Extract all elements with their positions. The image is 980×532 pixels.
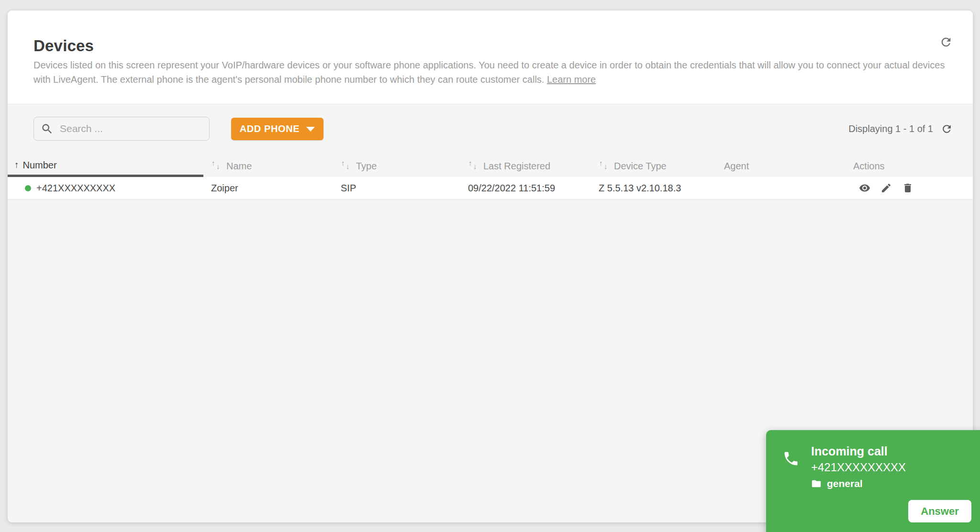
folder-icon bbox=[811, 478, 822, 489]
caller-number: +421XXXXXXXXX bbox=[811, 461, 906, 474]
cell-name: Zoiper bbox=[203, 183, 333, 194]
search-icon bbox=[41, 122, 54, 135]
refresh-icon[interactable] bbox=[941, 123, 953, 135]
page-description-text: Devices listed on this screen represent … bbox=[33, 60, 945, 85]
table-row[interactable]: +421XXXXXXXXX Zoiper SIP 09/22/2022 11:5… bbox=[8, 177, 973, 200]
answer-button[interactable]: Answer bbox=[908, 500, 971, 522]
add-phone-label: ADD PHONE bbox=[240, 123, 300, 134]
device-number: +421XXXXXXXXX bbox=[36, 183, 115, 194]
cell-last-registered: 09/22/2022 11:51:59 bbox=[460, 183, 591, 194]
sort-ascending-icon: ↑ bbox=[14, 160, 19, 170]
table-header: ↑ Number ↑↓ Name ↑↓ Type ↑↓ Last Registe… bbox=[8, 155, 973, 177]
sort-icon: ↑↓ bbox=[468, 160, 479, 173]
column-label: Actions bbox=[853, 161, 885, 172]
cell-device-type: Z 5.5.13 v2.10.18.3 bbox=[591, 183, 716, 194]
incoming-call-notification: Incoming call +421XXXXXXXXX general Answ… bbox=[766, 430, 980, 532]
delete-trash-icon[interactable] bbox=[902, 182, 913, 194]
search-input[interactable] bbox=[60, 123, 202, 134]
page-description: Devices listed on this screen represent … bbox=[33, 58, 946, 87]
add-phone-button[interactable]: ADD PHONE bbox=[231, 118, 323, 140]
column-header-agent: Agent bbox=[716, 155, 846, 177]
sort-icon: ↑↓ bbox=[341, 160, 352, 173]
column-label: Type bbox=[356, 161, 377, 172]
column-label: Last Registered bbox=[483, 161, 550, 172]
incoming-call-title: Incoming call bbox=[811, 444, 888, 458]
displaying-label: Displaying 1 - 1 of 1 bbox=[848, 123, 933, 134]
department-row: general bbox=[811, 478, 863, 489]
column-header-name[interactable]: ↑↓ Name bbox=[203, 155, 333, 177]
column-header-number[interactable]: ↑ Number bbox=[8, 155, 203, 177]
learn-more-link[interactable]: Learn more bbox=[547, 74, 596, 85]
page-header: Devices Devices listed on this screen re… bbox=[8, 11, 973, 104]
column-header-device-type[interactable]: ↑↓ Device Type bbox=[591, 155, 716, 177]
department-label: general bbox=[827, 478, 863, 489]
cell-number: +421XXXXXXXXX bbox=[8, 183, 203, 194]
chevron-down-icon bbox=[306, 127, 315, 132]
sort-icon: ↑↓ bbox=[599, 160, 610, 173]
pagination-info: Displaying 1 - 1 of 1 bbox=[848, 117, 953, 141]
column-label: Number bbox=[23, 160, 57, 171]
column-header-last-registered[interactable]: ↑↓ Last Registered bbox=[460, 155, 591, 177]
cell-actions bbox=[846, 182, 973, 194]
view-eye-icon[interactable] bbox=[859, 182, 870, 194]
column-label: Device Type bbox=[614, 161, 667, 172]
edit-pencil-icon[interactable] bbox=[880, 182, 892, 194]
column-label: Agent bbox=[724, 161, 749, 172]
online-status-dot bbox=[25, 185, 31, 191]
column-label: Name bbox=[226, 161, 252, 172]
refresh-icon[interactable] bbox=[939, 35, 953, 49]
search-box[interactable] bbox=[33, 117, 210, 141]
column-header-type[interactable]: ↑↓ Type bbox=[333, 155, 460, 177]
phone-icon bbox=[782, 450, 800, 467]
page-title: Devices bbox=[33, 37, 94, 55]
cell-type: SIP bbox=[333, 183, 460, 194]
sort-icon: ↑↓ bbox=[211, 160, 223, 173]
column-header-actions: Actions bbox=[846, 155, 973, 177]
